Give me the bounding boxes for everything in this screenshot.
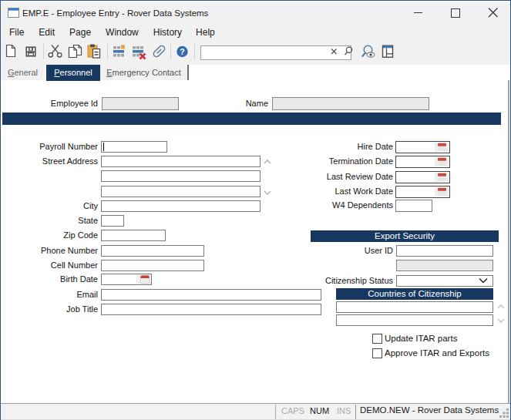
svg-text:?: ? bbox=[180, 47, 184, 56]
